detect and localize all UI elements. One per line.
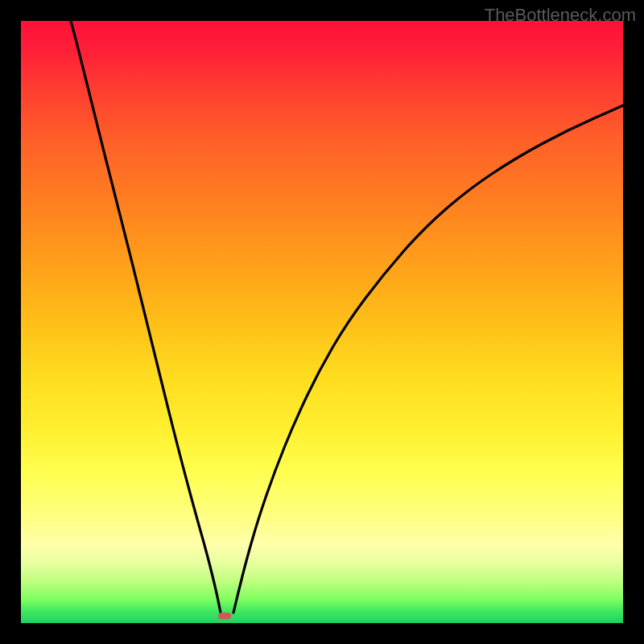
chart-plot-area xyxy=(21,21,623,623)
curve-svg xyxy=(21,21,623,623)
curve-left-branch xyxy=(71,21,221,613)
minimum-marker xyxy=(218,613,231,619)
watermark-text: TheBottleneck.com xyxy=(485,5,636,26)
curve-right-branch xyxy=(233,105,623,613)
